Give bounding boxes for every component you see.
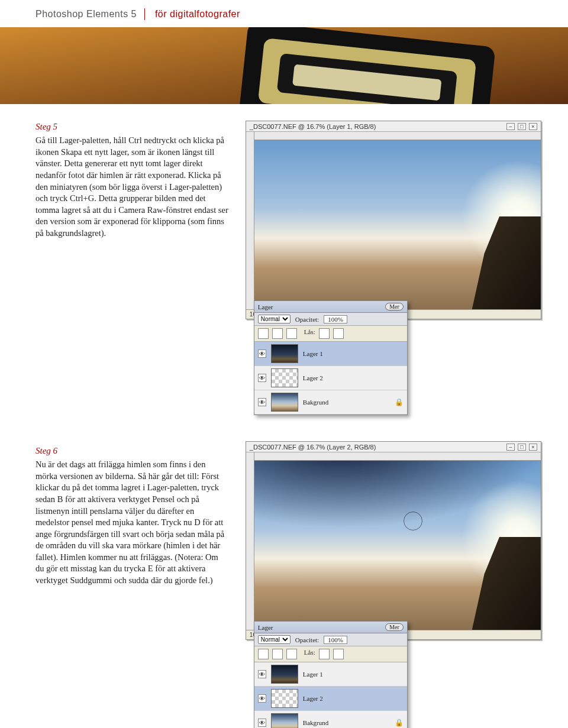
window-controls[interactable]: – □ × <box>505 122 537 130</box>
new-layer-icon[interactable] <box>258 649 269 659</box>
step5-title: Steg 5 <box>36 121 229 132</box>
visibility-icon[interactable]: 👁 <box>258 374 266 382</box>
link-icon[interactable] <box>286 649 297 659</box>
minimize-icon[interactable]: – <box>506 444 515 451</box>
new-layer-icon[interactable] <box>258 328 269 339</box>
layer-row[interactable]: 👁 Lager 1 <box>254 342 407 366</box>
layers-title: Lager <box>258 624 273 631</box>
opacity-value[interactable]: 100% <box>324 315 347 323</box>
ps-window-b: _DSC0077.NEF @ 16.7% (Layer 2, RGB/8) – … <box>246 441 541 640</box>
minimize-icon[interactable]: – <box>506 123 515 130</box>
trash-icon[interactable] <box>272 649 283 659</box>
layer-thumb <box>271 665 298 684</box>
step5-body: Gå till Lager-paletten, håll Ctrl nedtry… <box>36 135 229 239</box>
layer-name: Bakgrund <box>303 399 328 406</box>
book-title: Photoshop Elements 5 <box>36 9 137 19</box>
step6-row: Steg 6 Nu är det dags att frilägga himle… <box>36 441 544 691</box>
header-divider <box>144 8 145 20</box>
book-subtitle: för digitalfotografer <box>155 9 240 19</box>
layer-name: Lager 1 <box>303 671 323 678</box>
layer-thumb <box>271 689 298 708</box>
step5-row: Steg 5 Gå till Lager-paletten, håll Ctrl… <box>36 121 544 370</box>
lock-icon: 🔒 <box>395 398 404 407</box>
lock-pixels-icon[interactable] <box>319 328 330 339</box>
layers-title: Lager <box>258 303 273 310</box>
window-controls[interactable]: – □ × <box>505 443 537 451</box>
close-icon[interactable]: × <box>529 444 537 451</box>
visibility-icon[interactable]: 👁 <box>258 670 266 678</box>
lock-all-icon[interactable] <box>333 649 344 659</box>
ps-window-a: _DSC0077.NEF @ 16.7% (Layer 1, RGB/8) – … <box>246 121 541 319</box>
ruler-horizontal <box>254 132 541 140</box>
link-icon[interactable] <box>286 328 297 339</box>
close-icon[interactable]: × <box>529 123 537 130</box>
brush-cursor <box>404 512 422 530</box>
lock-pixels-icon[interactable] <box>319 649 330 659</box>
maximize-icon[interactable]: □ <box>518 123 526 130</box>
layer-row[interactable]: 👁 Bakgrund 🔒 <box>254 711 407 728</box>
blend-mode-select[interactable]: Normal <box>258 635 291 644</box>
layer-thumb <box>271 344 298 363</box>
step6-title: Steg 6 <box>36 445 229 457</box>
layer-name: Bakgrund <box>303 719 328 726</box>
trash-icon[interactable] <box>272 328 283 339</box>
layer-row[interactable]: 👁 Lager 1 <box>254 662 407 687</box>
visibility-icon[interactable]: 👁 <box>258 350 266 358</box>
opacity-value[interactable]: 100% <box>324 636 347 644</box>
lock-icon: 🔒 <box>395 719 404 727</box>
layer-row[interactable]: 👁 Bakgrund 🔒 <box>254 390 407 415</box>
layer-thumb <box>271 713 298 728</box>
layer-row[interactable]: 👁 Lager 2 <box>254 687 407 711</box>
lock-all-icon[interactable] <box>333 328 344 339</box>
banner-image <box>0 27 568 104</box>
visibility-icon[interactable]: 👁 <box>258 398 266 406</box>
lock-label: Lås: <box>304 649 315 659</box>
ruler-vertical <box>246 132 254 309</box>
maximize-icon[interactable]: □ <box>518 444 526 451</box>
visibility-icon[interactable]: 👁 <box>258 719 266 727</box>
layers-more-button[interactable]: Mer <box>385 303 404 310</box>
layers-palette-a[interactable]: Lager Mer Normal Opacitet: 100% Lås: <box>254 300 408 415</box>
window-title-a: _DSC0077.NEF @ 16.7% (Layer 1, RGB/8) <box>250 123 376 130</box>
step6-figure: _DSC0077.NEF @ 16.7% (Layer 2, RGB/8) – … <box>246 441 544 691</box>
ruler-horizontal <box>254 452 541 461</box>
window-title-b: _DSC0077.NEF @ 16.7% (Layer 2, RGB/8) <box>250 444 376 451</box>
blend-mode-select[interactable]: Normal <box>258 315 291 323</box>
page-header: Photoshop Elements 5 för digitalfotograf… <box>0 0 568 27</box>
layer-name: Lager 1 <box>303 350 323 357</box>
ruler-vertical <box>246 452 254 630</box>
step6-body: Nu är det dags att frilägga himlen som f… <box>36 459 229 586</box>
layer-row[interactable]: 👁 Lager 2 <box>254 366 407 390</box>
opacity-label: Opacitet: <box>295 636 319 643</box>
layer-thumb <box>271 393 298 412</box>
opacity-label: Opacitet: <box>295 316 319 323</box>
layer-name: Lager 2 <box>303 374 323 381</box>
lock-label: Lås: <box>304 328 315 339</box>
layer-thumb <box>271 368 298 387</box>
layer-name: Lager 2 <box>303 695 323 702</box>
layers-more-button[interactable]: Mer <box>385 623 404 631</box>
step5-figure: _DSC0077.NEF @ 16.7% (Layer 1, RGB/8) – … <box>246 121 544 370</box>
visibility-icon[interactable]: 👁 <box>258 694 266 703</box>
layers-palette-b[interactable]: Lager Mer Normal Opacitet: 100% Lås: <box>254 621 408 728</box>
